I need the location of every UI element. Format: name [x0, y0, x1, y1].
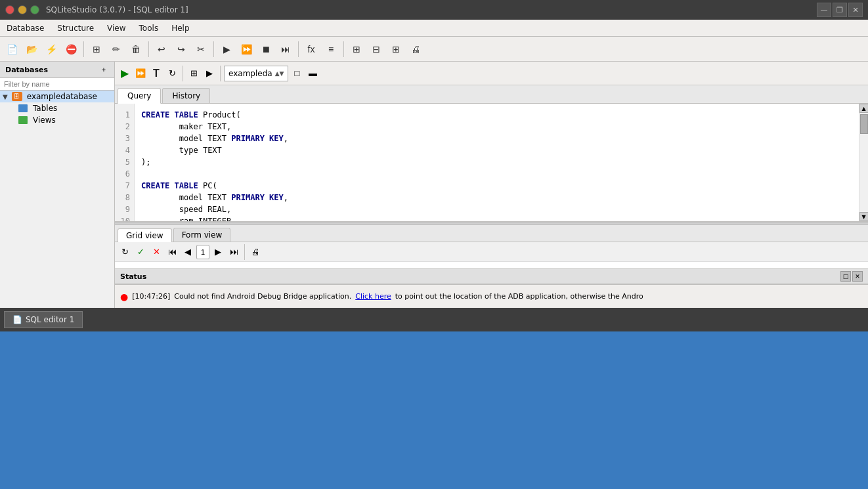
- edit-btn[interactable]: ✏: [107, 40, 125, 58]
- fn-btn[interactable]: fx: [302, 40, 320, 58]
- result-export-btn[interactable]: 🖨: [248, 245, 263, 259]
- status-close-btn[interactable]: ✕: [852, 271, 863, 282]
- print-btn[interactable]: 🖨: [406, 40, 425, 58]
- tab-history[interactable]: History: [162, 88, 210, 103]
- result-next-btn[interactable]: ▶: [211, 245, 225, 259]
- split-v-btn[interactable]: ⊞: [387, 40, 405, 58]
- status-restore-btn[interactable]: □: [840, 271, 851, 282]
- result-tab-form[interactable]: Form view: [173, 228, 231, 242]
- table-add-btn[interactable]: ⊞: [87, 40, 106, 58]
- sep1: [83, 41, 84, 57]
- filter-input[interactable]: [0, 78, 114, 91]
- result-panel: Grid view Form view ↻ ✓ ✕ ⏮ ◀ 1 ▶ ⏭ 🖨: [115, 225, 868, 268]
- grid-view-btn[interactable]: ⊞: [186, 66, 201, 81]
- status-label: Status: [120, 272, 146, 281]
- result-tab-grid[interactable]: Grid view: [118, 228, 172, 242]
- scroll-thumb[interactable]: [860, 114, 868, 134]
- combo-arrow-icon: ▲▼: [275, 70, 284, 77]
- line-numbers: 1 2 3 4 5 6 7 8 9 10: [115, 104, 135, 221]
- maximize-button[interactable]: [30, 5, 39, 14]
- add-database-btn[interactable]: +: [98, 64, 109, 75]
- status-message-pre: Could not find Android Debug Bridge appl…: [174, 292, 351, 301]
- code-editor[interactable]: CREATE TABLE Product( maker TEXT, model …: [135, 104, 859, 221]
- result-first-btn[interactable]: ⏮: [165, 245, 179, 259]
- menu-database[interactable]: Database: [0, 21, 51, 35]
- menu-tools[interactable]: Tools: [133, 21, 165, 35]
- new-query-btn[interactable]: T: [149, 66, 163, 81]
- sep3: [213, 41, 214, 57]
- tables-label: Tables: [33, 104, 57, 113]
- stop-main-btn[interactable]: ⏹: [257, 40, 275, 58]
- status-bar: ● [10:47:26] Could not find Android Debu…: [115, 284, 868, 308]
- col-btn[interactable]: ≡: [322, 40, 340, 58]
- disconnect-btn[interactable]: ⛔: [62, 40, 80, 58]
- status-error-icon: ●: [120, 291, 128, 302]
- window-action-buttons[interactable]: — ❐ ✕: [817, 3, 863, 17]
- run-all-main-btn[interactable]: ⏭: [276, 40, 295, 58]
- run-step-main-btn[interactable]: ⏩: [237, 40, 255, 58]
- window-close-btn[interactable]: ✕: [848, 3, 863, 17]
- tables-icon: [18, 104, 28, 112]
- line-num-3: 3: [119, 133, 130, 144]
- refresh-btn[interactable]: ↻: [165, 66, 179, 81]
- status-section: Status □ ✕ ● [10:47:26] Could not find A…: [115, 268, 868, 308]
- views-icon: [18, 116, 28, 124]
- result-check-btn[interactable]: ✓: [133, 245, 148, 259]
- cut-btn[interactable]: ✂: [192, 40, 210, 58]
- scroll-up-btn[interactable]: ▲: [859, 104, 869, 113]
- expand-icon: ▼: [3, 93, 8, 100]
- grid-btn[interactable]: ⊞: [347, 40, 366, 58]
- sql-editor: 1 2 3 4 5 6 7 8 9 10 CREATE TABLE Produc…: [115, 104, 868, 222]
- scroll-down-btn[interactable]: ▼: [859, 212, 869, 221]
- line-num-1: 1: [119, 109, 130, 121]
- line-num-6: 6: [119, 168, 130, 180]
- db-selector[interactable]: exampleda ▲▼: [224, 66, 288, 81]
- result-tabs: Grid view Form view: [115, 225, 868, 242]
- sep2: [148, 41, 149, 57]
- delete-btn[interactable]: 🗑: [127, 40, 145, 58]
- result-prev-btn[interactable]: ◀: [181, 245, 195, 259]
- status-time: [10:47:26]: [132, 292, 170, 301]
- split-h-btn[interactable]: ⊟: [367, 40, 385, 58]
- menu-help[interactable]: Help: [165, 21, 196, 35]
- query-toolbar: ▶ ⏩ T ↻ ⊞ ▶ exampleda ▲▼ □ ▬: [115, 62, 868, 85]
- views-label: Views: [33, 116, 56, 125]
- sep-q2: [220, 66, 221, 81]
- taskbar-editor-icon: 📄: [12, 315, 22, 324]
- db-icon: 🗄: [12, 92, 22, 101]
- line-num-2: 2: [119, 121, 130, 133]
- show-query-btn[interactable]: □: [290, 66, 304, 81]
- close-query-btn[interactable]: ▬: [305, 66, 320, 81]
- run-step-btn[interactable]: ⏩: [133, 66, 148, 81]
- tree-database-item[interactable]: ▼ 🗄 exampledatabase: [0, 91, 114, 102]
- menu-view[interactable]: View: [100, 21, 132, 35]
- taskbar-sql-editor[interactable]: 📄 SQL editor 1: [4, 311, 83, 328]
- sep-r1: [244, 244, 245, 260]
- taskbar: 📄 SQL editor 1: [0, 308, 868, 331]
- window-minimize-btn[interactable]: —: [817, 3, 831, 17]
- run-query-main-btn[interactable]: ▶: [217, 40, 236, 58]
- run-btn[interactable]: ▶: [118, 66, 132, 81]
- status-click-here-link[interactable]: Click here: [355, 292, 391, 301]
- undo-btn[interactable]: ↩: [152, 40, 171, 58]
- result-refresh-btn[interactable]: ↻: [118, 245, 132, 259]
- next-page-btn[interactable]: ▶: [202, 66, 217, 81]
- new-file-btn[interactable]: 📄: [3, 40, 21, 58]
- connect-btn[interactable]: ⚡: [42, 40, 60, 58]
- tree-tables-item[interactable]: Tables: [0, 102, 114, 114]
- window-restore-btn[interactable]: ❐: [833, 3, 847, 17]
- minimize-button[interactable]: [18, 5, 27, 14]
- vertical-scrollbar[interactable]: ▲ ▼: [859, 104, 868, 221]
- close-button[interactable]: [5, 5, 14, 14]
- tab-query[interactable]: Query: [118, 88, 161, 104]
- open-btn[interactable]: 📂: [22, 40, 41, 58]
- window-controls[interactable]: [5, 5, 39, 14]
- tree-views-item[interactable]: Views: [0, 114, 114, 126]
- result-cross-btn[interactable]: ✕: [149, 245, 163, 259]
- result-last-btn[interactable]: ⏭: [227, 245, 241, 259]
- app-body: Databases + ▼ 🗄 exampledatabase Tables V…: [0, 62, 868, 308]
- redo-btn[interactable]: ↪: [172, 40, 190, 58]
- menu-structure[interactable]: Structure: [51, 21, 100, 35]
- db-tree: ▼ 🗄 exampledatabase Tables Views: [0, 91, 114, 308]
- title-bar: SQLiteStudio (3.0.7) - [SQL editor 1] — …: [0, 0, 868, 20]
